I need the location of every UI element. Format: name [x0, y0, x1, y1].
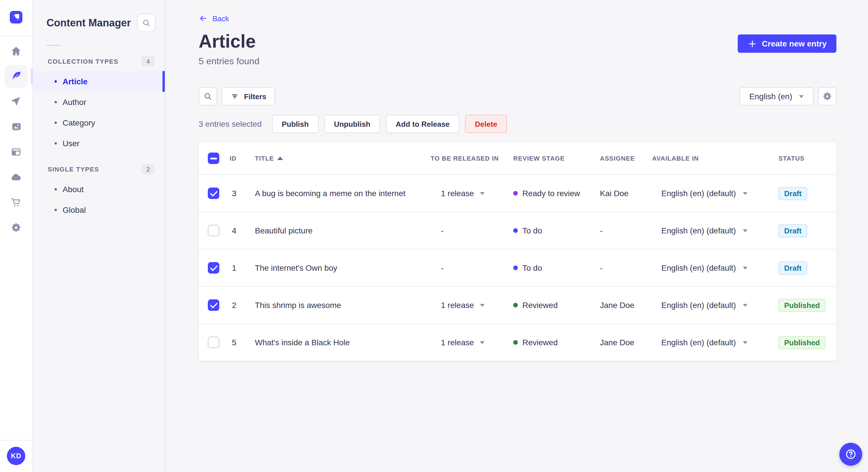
marketplace-cart-icon[interactable]	[5, 191, 28, 214]
bullet-icon	[55, 142, 57, 144]
add-to-release-button[interactable]: Add to Release	[386, 115, 459, 133]
table-row[interactable]: 4 Beautiful picture - To do - English (e…	[198, 212, 836, 249]
status-badge: Published	[778, 299, 826, 312]
entry-title: This shrimp is awesome	[255, 301, 431, 310]
entry-id: 3	[229, 189, 255, 198]
assignee: Kai Doe	[600, 189, 652, 198]
view-settings-button[interactable]	[818, 87, 836, 105]
filters-button[interactable]: Filters	[222, 87, 275, 105]
chevron-down-icon	[743, 341, 747, 344]
table-row[interactable]: 3 A bug is becoming a meme on the intern…	[198, 174, 836, 212]
column-header-stage: REVIEW STAGE	[513, 155, 600, 162]
user-avatar[interactable]: KD	[7, 447, 25, 465]
page-title: Article	[198, 31, 259, 52]
home-icon[interactable]	[5, 40, 28, 63]
bullet-icon	[55, 122, 57, 124]
media-library-icon[interactable]	[5, 115, 28, 138]
sort-ascending-icon	[277, 157, 283, 160]
stage-dot-icon	[513, 191, 518, 196]
locale-dropdown[interactable]: English (en) (default)	[652, 189, 778, 198]
stage-dot-icon	[513, 303, 518, 307]
back-link[interactable]: Back	[198, 14, 229, 23]
column-header-id: ID	[229, 155, 255, 162]
table-search-button[interactable]	[198, 87, 217, 105]
locale-dropdown[interactable]: English (en) (default)	[652, 226, 778, 235]
release-dropdown[interactable]: 1 release	[431, 189, 513, 198]
search-button[interactable]	[137, 14, 156, 32]
section-label: SINGLE TYPES	[48, 166, 99, 173]
locale-select[interactable]: English (en)	[740, 87, 813, 105]
rail-icon-list	[5, 36, 28, 239]
assignee: -	[600, 263, 652, 272]
sidebar-item-user[interactable]: User	[33, 133, 165, 154]
release-dropdown[interactable]: 1 release	[431, 301, 513, 310]
column-header-status: STATUS	[778, 155, 836, 162]
chevron-down-icon	[743, 192, 747, 195]
status-badge: Published	[778, 336, 826, 349]
row-checkbox[interactable]	[208, 299, 219, 311]
deploy-cloud-icon[interactable]	[5, 166, 28, 189]
stage-dot-icon	[513, 340, 518, 345]
row-checkbox[interactable]	[208, 188, 219, 199]
select-all-checkbox[interactable]	[208, 153, 219, 164]
status-badge: Draft	[778, 261, 807, 274]
row-checkbox[interactable]	[208, 225, 219, 236]
table-row[interactable]: 1 The internet's Own boy - To do - Engli…	[198, 249, 836, 286]
content-type-builder-icon[interactable]	[5, 140, 28, 164]
sidebar-item-article[interactable]: Article	[33, 71, 165, 92]
sidebar-item-global[interactable]: Global	[33, 200, 165, 220]
delete-button[interactable]: Delete	[465, 115, 507, 133]
review-stage: To do	[513, 263, 600, 272]
column-header-release: TO BE RELEASED IN	[431, 155, 513, 162]
release-dropdown[interactable]: 1 release	[431, 338, 513, 347]
locale-dropdown[interactable]: English (en) (default)	[652, 263, 778, 272]
unpublish-button[interactable]: Unpublish	[324, 115, 380, 133]
arrow-left-icon	[198, 14, 208, 23]
publish-button[interactable]: Publish	[272, 115, 318, 133]
sidebar-item-label: About	[63, 185, 84, 194]
column-header-title[interactable]: TITLE	[255, 155, 431, 162]
table-row[interactable]: 2 This shrimp is awesome 1 release Revie…	[198, 286, 836, 324]
collection-types-section: COLLECTION TYPES 4 Article Author Catego…	[33, 55, 165, 154]
entry-id: 4	[229, 226, 255, 235]
chevron-down-icon	[479, 304, 484, 307]
locale-dropdown[interactable]: English (en) (default)	[652, 338, 778, 347]
content-manager-feather-icon[interactable]	[5, 65, 28, 88]
settings-gear-icon[interactable]	[5, 216, 28, 239]
sidebar-item-category[interactable]: Category	[33, 112, 165, 133]
bullet-icon	[55, 209, 57, 211]
status-badge: Draft	[778, 224, 807, 237]
table-header-row: ID TITLE TO BE RELEASED IN REVIEW STAGE …	[198, 142, 836, 174]
rail-bottom: KD	[0, 440, 32, 472]
releases-paper-plane-icon[interactable]	[5, 90, 28, 113]
entry-title: The internet's Own boy	[255, 263, 431, 272]
question-mark-icon	[844, 448, 857, 461]
entry-id: 5	[229, 338, 255, 347]
single-types-section: SINGLE TYPES 2 About Global	[33, 163, 165, 220]
review-stage: Reviewed	[513, 301, 600, 310]
sidebar-item-about[interactable]: About	[33, 179, 165, 200]
review-stage: Reviewed	[513, 338, 600, 347]
strapi-logo[interactable]	[10, 11, 22, 24]
entries-count: 5 entries found	[198, 56, 259, 67]
subnav-title: Content Manager	[46, 17, 131, 29]
help-button[interactable]	[839, 443, 862, 466]
locale-dropdown[interactable]: English (en) (default)	[652, 301, 778, 310]
entry-id: 1	[229, 263, 255, 272]
sidebar-item-author[interactable]: Author	[33, 92, 165, 112]
table-row[interactable]: 5 What's inside a Black Hole 1 release R…	[198, 324, 836, 361]
chevron-down-icon	[743, 304, 747, 307]
create-new-entry-button[interactable]: Create new entry	[738, 34, 836, 53]
section-label: COLLECTION TYPES	[48, 58, 119, 65]
review-stage: To do	[513, 226, 600, 235]
column-header-available: AVAILABLE IN	[652, 155, 778, 162]
row-checkbox[interactable]	[208, 262, 219, 274]
entry-title: What's inside a Black Hole	[255, 338, 431, 347]
subnav-divider	[46, 45, 60, 46]
entry-title: Beautiful picture	[255, 226, 431, 235]
section-count-badge: 2	[142, 164, 154, 174]
stage-dot-icon	[513, 228, 518, 233]
review-stage: Ready to review	[513, 189, 600, 198]
bullet-icon	[55, 80, 57, 82]
row-checkbox[interactable]	[208, 337, 219, 348]
